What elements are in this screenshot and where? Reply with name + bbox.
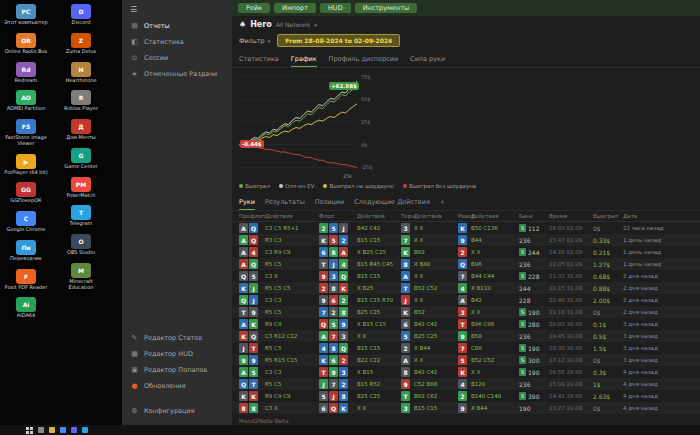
hud-editor-icon: ▦ [130,350,139,358]
sidebar-item-reports[interactable]: ▤Отчеты [122,18,232,34]
desktop-icon[interactable]: PMPokerMatch [57,177,105,199]
app-icon: Z [71,33,91,48]
hand-row[interactable]: KKR9 C9 C95J8B25 C25TB62 C622B140 C140S3… [232,390,700,402]
showdown-badge: S [519,368,526,376]
hand-row[interactable]: 88C3 X6QKX X3B15 C159X B4419013:27 29.08… [232,402,700,414]
app-icon: D [71,4,91,19]
hand-time: 19:45 30.08 [549,333,593,339]
hand-row[interactable]: AQR3 C3K52B15 C157X X9B4423615:47 01.090… [232,234,700,246]
view-tab-Статистика[interactable]: Статистика [239,53,279,67]
sidebar-item-updates[interactable]: ●Обновления [122,378,232,394]
desktop-icon[interactable]: AiAIDA64 [2,297,50,319]
card-8s: 8 [329,283,338,293]
hand-row[interactable]: JTR5 C548QB15 C152X B447C88S19018:30 30.… [232,342,700,354]
search-taskbar-icon[interactable] [38,427,44,433]
desktop-icon[interactable]: RdRedream [2,62,50,84]
card-Qh: Q [249,235,258,245]
river-actions: B42 [471,297,519,303]
menu-button-Инструменты[interactable]: Инструменты [355,3,418,13]
desktop-icon[interactable]: ПеПереводчик [2,240,50,262]
hand-row[interactable]: A5C3 C3T93X B158B42 C42KX XS19016:55 29.… [232,366,700,378]
start-button-icon[interactable] [26,427,33,434]
menu-toggle-icon[interactable]: ☰ [122,3,232,18]
column-header: Время [549,213,593,219]
hand-row[interactable]: AKR9 C9Q59X B15 C156B42 C42TB96 C96S2802… [232,318,700,330]
hands-tab-Руки[interactable]: Руки [239,197,255,210]
desktop-icon[interactable]: AOAOMEI Partition [2,90,50,112]
flop-actions: B25 C25 [357,309,401,315]
card-2d: 2 [339,235,348,245]
hands-tab-Результаты[interactable]: Результаты [265,197,305,210]
hand-row[interactable]: QTR5 C5J72B15 R529C52 B884B12023615:08 2… [232,378,700,390]
desktop-icon[interactable]: RRoblox Player [57,90,105,112]
sidebar-item-sessions[interactable]: ⊙Сессии [122,50,232,66]
sidebar-item-marked-hands[interactable]: ★Отмеченные Раздачи [122,66,232,82]
desktop-icon[interactable]: DDiscord [57,4,105,26]
menu-button-Импорт[interactable]: Импорт [274,3,316,13]
desktop-icon[interactable]: ▶PotPlayer (64 bit) [2,154,50,176]
showdown-badge: S [519,224,526,232]
chrome-taskbar-icon[interactable] [60,427,66,433]
desktop-icon[interactable]: TTelegram [57,205,105,227]
hand-row[interactable]: T9R5 C5728B25 C25KB523X XS19021:18 31.08… [232,306,700,318]
hand-time: 22:40 31.08 [549,297,593,303]
telegram-taskbar-icon[interactable] [82,427,88,433]
desktop-icon[interactable]: GGGGПокерОК [2,182,50,204]
view-tab-Профиль дисперсии[interactable]: Профиль дисперсии [329,53,399,67]
desktop-icon[interactable]: PCЭтот компьютер [2,4,50,26]
hand-row[interactable]: KJR5 C5 C528KX B25TB52 C524X B11024410:1… [232,282,700,294]
won-amount: 0.21$ [593,249,623,256]
taskbar[interactable] [0,425,700,435]
hand-row[interactable]: AQR5 C5TJ4B15 R45 C458X B88QB9623612:05 … [232,258,700,270]
card-8d: 8 [339,391,348,401]
desktop-icon[interactable]: CGoogle Chrome [2,211,50,233]
sidebar-item-popup-editor[interactable]: ▣Редактор Попапов [122,362,232,378]
reports-icon: ▤ [130,22,139,30]
desktop-icon[interactable]: FSFastStone Image Viewer [2,119,50,147]
desktop-icon[interactable]: GGame Center [57,148,105,170]
won-amount: 0$ [593,405,623,412]
sidebar-item-configuration[interactable]: ⚙Конфигурация [122,403,232,419]
discord-taskbar-icon[interactable] [71,427,77,433]
hands-tab-Следующие Действия[interactable]: Следующие Действия [354,197,430,210]
hand-row[interactable]: AQC3 C5 R5+125JB42 C423X XKB50 C136S1121… [232,222,700,234]
hands-tab-Позиции[interactable]: Позиции [315,197,344,210]
hand-row[interactable]: QJC3 C3962B15 C15 R70JX XAB4222822:40 31… [232,294,700,306]
view-tab-График[interactable]: График [291,53,317,67]
pot-cell: S112 [519,224,549,232]
chevron-down-icon: ▾ [314,22,317,28]
menu-button-HUD[interactable]: HUD [320,3,351,13]
river-card: 9 [458,403,471,413]
card-5s: 5 [319,391,328,401]
hand-time: 13:27 29.08 [549,405,593,411]
hand-row[interactable]: KQC3 R12 C12A73X X5B25 C259B5823619:45 3… [232,330,700,342]
pot-value: 280 [528,321,539,328]
sidebar-item-hud-editor[interactable]: ▦Редактор HUD [122,346,232,362]
pot-cell: S190 [519,368,549,376]
view-tab-Сила руки[interactable]: Сила руки [410,53,445,67]
chart-legend: ВыигралОлл-ин EVВыиграл на шоудаунеВыигр… [232,180,700,191]
player-selector[interactable]: ♠ Hero All Network ▾ [232,16,700,31]
card-Kh: K [339,283,348,293]
desktop-icon[interactable]: MMinecraft Education [57,263,105,291]
desktop-icon[interactable]: HHearthstone [57,62,105,84]
filter-button[interactable]: Фильтр ▾ [239,37,270,45]
desktop-icon[interactable]: ДДом Мечты [57,119,105,141]
explorer-taskbar-icon[interactable] [49,427,55,433]
desktop-icon[interactable]: OROnline Radio Box [2,33,50,55]
hand-row[interactable]: 99R5 R15 C15K62B22 C22AX X5B52 C52S30017… [232,354,700,366]
add-tab-button[interactable]: + [440,197,445,210]
desktop-icon[interactable]: FFoxit PDF Reader [2,269,50,291]
hand-row[interactable]: Q5C3 X93QB15 C15AX X7B44 C44S22811:32 31… [232,270,700,282]
pot-cell: S390 [519,392,549,400]
desktop-icon[interactable]: ZZuma Delux [57,33,105,55]
preflop-actions: R3 C3 [265,237,319,243]
date-range-button[interactable]: From 28-08-2024 to 02-09-2024 [277,34,400,47]
sidebar-item-stats-editor[interactable]: ✎Редактор Статов [122,330,232,346]
menu-button-Рейк[interactable]: Рейк [238,3,270,13]
sidebar-item-statistics[interactable]: ◧Статистика [122,34,232,50]
sidebar-menu-bottom: ✎Редактор Статов▦Редактор HUD▣Редактор П… [122,330,232,419]
desktop-icon[interactable]: OOBS Studio [57,234,105,256]
hand-row[interactable]: A4C3 R9 C968AX B25 C25KB622X XS24414:20 … [232,246,700,258]
player-network: All Network [276,21,310,28]
